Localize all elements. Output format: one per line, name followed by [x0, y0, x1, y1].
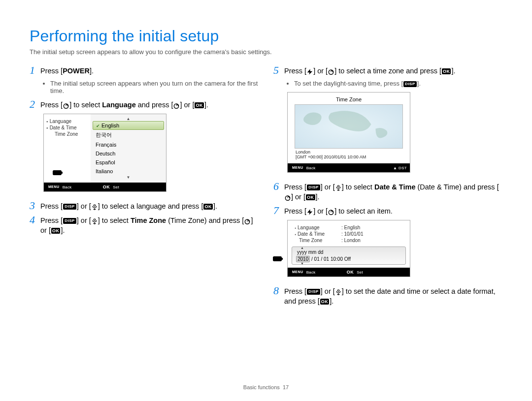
- t: Set: [357, 270, 363, 275]
- t: ] or [: [291, 193, 305, 201]
- disp-icon: DISP: [403, 81, 417, 87]
- menu-icon: MENU: [291, 165, 304, 171]
- step-number: 8: [273, 286, 284, 306]
- lang-espanol: Español: [91, 158, 166, 167]
- step-1-bullets: The initial setup screen appears when yo…: [43, 80, 259, 94]
- scroll-up-icon: ▲: [91, 117, 166, 121]
- disp-icon: DISP: [63, 204, 76, 210]
- v: : English: [341, 225, 360, 230]
- ok-icon: OK: [102, 184, 111, 190]
- flash-icon: [306, 208, 313, 215]
- timer-icon: [328, 68, 334, 75]
- t: ] to select a time zone and press [: [334, 67, 441, 75]
- footer-back: MENU Back: [291, 165, 316, 171]
- lang-italiano: Italiano: [91, 167, 166, 176]
- t: ] or [: [321, 183, 335, 191]
- step-1-text-b: ].: [90, 67, 94, 75]
- world-map: [295, 104, 403, 149]
- macro-icon: [335, 184, 342, 191]
- scroll-down-icon: ▼: [91, 176, 166, 180]
- step-1-text-a: Press [: [40, 67, 63, 75]
- battery-icon: [273, 256, 282, 262]
- down-arrow-icon: ▼: [300, 262, 304, 265]
- page-intro: The initial setup screen appears to allo…: [30, 48, 502, 56]
- timer-icon: [63, 102, 69, 109]
- footer-set: OK Set: [345, 269, 363, 275]
- step-number: 6: [273, 182, 284, 202]
- t: ].: [417, 80, 421, 87]
- menu-item-language: Language: [46, 118, 89, 124]
- screenshot-language: Language Date & Time Time Zone ▲ English…: [43, 114, 166, 192]
- row-timezone: Time Zone: [295, 238, 341, 243]
- step-2: 2 Press [] to select Language and press …: [30, 99, 259, 110]
- menu-item-timezone: Time Zone: [46, 131, 89, 137]
- page-title: Performing the initial setup: [30, 27, 502, 45]
- v: : London: [341, 238, 361, 243]
- step-number: 4: [30, 215, 40, 235]
- footer-page: 17: [283, 384, 289, 390]
- timer-icon: [244, 217, 251, 224]
- t: Press [: [40, 202, 63, 210]
- t: Press [: [284, 287, 306, 295]
- timer-icon: [328, 208, 334, 215]
- t: ] or [: [180, 101, 194, 109]
- page-footer: Basic functions 17: [0, 384, 532, 390]
- lang-korean: 한국어: [91, 130, 166, 140]
- step-5-bullet: To set the daylight-saving time, press […: [294, 80, 502, 87]
- t: (Time Zone) and press [: [166, 216, 244, 224]
- menu-item-datetime: Date & Time: [46, 124, 89, 131]
- step-5-bullets: To set the daylight-saving time, press […: [287, 80, 502, 87]
- macro-icon: [91, 203, 98, 210]
- v: : 10/01/01: [341, 231, 363, 237]
- timer-icon: [284, 194, 291, 201]
- lang-francais: Français: [91, 140, 166, 149]
- disp-icon: DISP: [307, 185, 320, 190]
- step-number: 7: [273, 206, 284, 216]
- t: Back: [306, 270, 316, 275]
- t: DST: [399, 166, 407, 170]
- t: Press [: [284, 207, 306, 215]
- step-number: 3: [30, 201, 40, 211]
- ok-icon: OK: [320, 299, 330, 305]
- ok-icon: OK: [51, 228, 61, 234]
- footer-set: OK Set: [101, 184, 119, 190]
- up-arrow-icon: ▲: [300, 246, 304, 249]
- battery-icon: [48, 170, 89, 177]
- lang-english: English: [93, 121, 164, 130]
- t: Press [: [40, 216, 63, 224]
- t: To set the daylight-saving time, press [: [294, 80, 403, 87]
- row-datetime: Date & Time: [295, 231, 341, 237]
- timezone-title: Time Zone: [292, 95, 406, 104]
- left-column: 1 Press [POWER]. The initial setup scree…: [30, 65, 259, 310]
- datetime-keyword: Date & Time: [374, 183, 416, 191]
- t: Set: [113, 185, 119, 189]
- step-3: 3 Press [DISP] or [] to select a languag…: [30, 201, 259, 211]
- ok-icon: OK: [346, 269, 355, 275]
- macro-icon: [91, 217, 98, 224]
- ok-icon: OK: [203, 204, 213, 210]
- timer-icon: [173, 102, 180, 109]
- t: ] to select: [342, 183, 374, 191]
- t: Press [: [40, 101, 63, 109]
- t: ] or [: [313, 67, 328, 75]
- ok-icon: OK: [306, 194, 315, 200]
- step-6: 6 Press [DISP] or [] to select Date & Ti…: [273, 182, 502, 202]
- menu-icon: MENU: [47, 184, 61, 190]
- step-1-bullet: The initial setup screen appears when yo…: [50, 80, 259, 94]
- row-language: Language: [295, 225, 341, 230]
- timezone-gmt: [GMT +00:00] 2010/01/01 10:00 AM: [296, 154, 402, 159]
- t: ] or [: [77, 202, 91, 210]
- disp-icon: DISP: [307, 289, 320, 295]
- t: ] to select: [98, 216, 131, 224]
- t: ] to select a language and press [: [98, 202, 203, 210]
- footer-back: MENU Back: [47, 184, 72, 190]
- step-7: 7 Press [] or [] to select an item.: [273, 206, 502, 216]
- screenshot-datetime: Language: English Date & Time: 10/01/01 …: [287, 220, 410, 277]
- date-rest: / 01 / 01 10:00 Off: [311, 256, 351, 262]
- ok-icon: OK: [442, 68, 451, 74]
- step-1: 1 Press [POWER].: [30, 65, 259, 76]
- datetime-panel: yyyy mm dd ▲ 2010 / 01 / 01 10:00 Off ▼: [292, 247, 406, 265]
- t: Back: [306, 166, 316, 170]
- menu-icon: MENU: [291, 269, 304, 275]
- t: ] or [: [313, 207, 328, 215]
